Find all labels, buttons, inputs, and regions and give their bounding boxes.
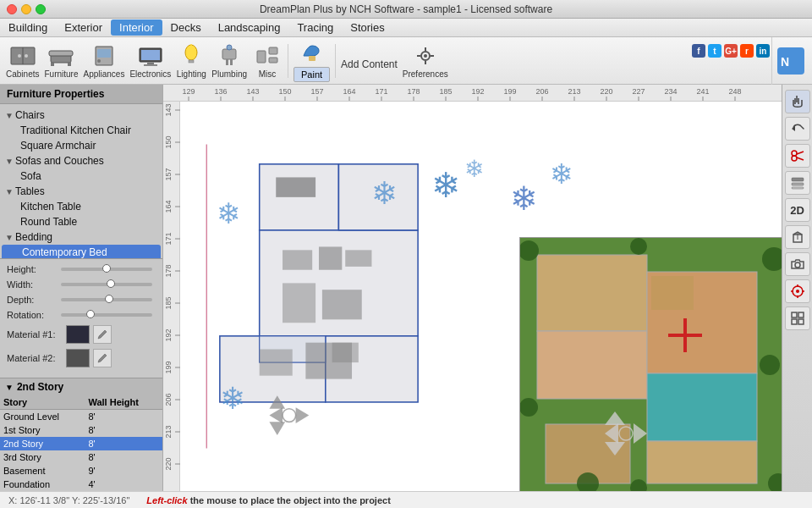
rotation-slider[interactable]: [61, 313, 152, 317]
svg-text:❄: ❄: [510, 180, 538, 217]
layers-button[interactable]: [785, 171, 810, 195]
titlebar: DreamPlan Plus by NCH Software - sample1…: [0, 0, 812, 19]
toolbar-preferences[interactable]: Preferences: [403, 42, 448, 79]
menu-stories[interactable]: Stories: [342, 19, 392, 36]
menu-building[interactable]: Building: [0, 19, 56, 36]
lighting-icon: [176, 42, 206, 69]
category-sofas[interactable]: ▼ Sofas and Couches: [0, 153, 162, 168]
toolbar-appliances[interactable]: Appliances: [83, 42, 124, 79]
preferences-label[interactable]: Preferences: [403, 69, 448, 79]
3d-box-button[interactable]: [785, 225, 810, 249]
width-label: Width:: [7, 279, 58, 290]
target-button[interactable]: [785, 279, 810, 303]
svg-point-157: [796, 290, 799, 293]
item-traditional-kitchen-chair[interactable]: Traditional Kitchen Chair: [0, 123, 162, 138]
hint-text: the mouse to place the object into the p…: [188, 495, 391, 505]
item-square-armchair[interactable]: Square Armchair: [0, 138, 162, 153]
width-slider[interactable]: [61, 283, 152, 286]
toolbar-lighting[interactable]: Lighting: [176, 42, 206, 79]
traffic-lights: [7, 4, 46, 14]
paint-label[interactable]: Paint: [294, 67, 330, 82]
furniture-label: Furniture: [44, 69, 78, 79]
toolbar-cabinets[interactable]: Cabinets: [6, 42, 39, 79]
category-tables[interactable]: ▼ Tables: [0, 184, 162, 199]
story-row[interactable]: 1st Story8': [0, 423, 162, 437]
canvas-area[interactable]: 1291361431501571641711781851921992062132…: [163, 85, 782, 491]
depth-slider[interactable]: [61, 298, 152, 301]
left-panel: Furniture Properties ▼ Chairs Traditiona…: [0, 85, 163, 491]
story-row[interactable]: 2nd Story8': [0, 437, 162, 450]
paint-icon: [300, 39, 324, 67]
social-bar: f t G+ r in: [692, 44, 770, 58]
item-kitchen-table[interactable]: Kitchen Table: [0, 199, 162, 214]
svg-rect-101: [283, 250, 312, 269]
story-table: Story Wall Height Ground Level8'1st Stor…: [0, 395, 162, 491]
plumbing-label: Plumbing: [211, 69, 247, 79]
svg-rect-14: [144, 64, 157, 66]
camera-button[interactable]: [785, 252, 810, 276]
maximize-button[interactable]: [36, 4, 46, 14]
svg-point-15: [185, 45, 197, 60]
grid-button[interactable]: [785, 306, 810, 330]
svg-text:143: 143: [164, 103, 173, 116]
item-sofa[interactable]: Sofa: [0, 168, 162, 184]
menu-interior[interactable]: Interior: [111, 19, 162, 36]
category-chairs[interactable]: ▼ Chairs: [0, 108, 162, 123]
svg-rect-103: [345, 250, 371, 267]
svg-text:234: 234: [664, 87, 677, 96]
item-round-table[interactable]: Round Table: [0, 214, 162, 229]
menu-decks[interactable]: Decks: [162, 19, 210, 36]
toolbar-electronics[interactable]: Electronics: [129, 42, 171, 79]
item-contemporary-bed[interactable]: Contemporary Bed: [2, 245, 161, 258]
electronics-icon: [135, 42, 166, 69]
material2-color[interactable]: [66, 349, 90, 367]
category-bedding[interactable]: ▼ Bedding: [0, 229, 162, 245]
minimize-button[interactable]: [21, 4, 31, 14]
menu-landscaping[interactable]: Landscaping: [210, 19, 289, 36]
story-header[interactable]: ▼ 2nd Story: [0, 378, 162, 395]
height-slider[interactable]: [61, 268, 152, 271]
svg-point-155: [795, 262, 800, 268]
material1-eyedrop[interactable]: [93, 325, 112, 344]
svg-rect-102: [319, 246, 342, 269]
svg-rect-18: [222, 49, 236, 59]
facebook-icon[interactable]: f: [692, 44, 705, 58]
hand-tool-button[interactable]: [785, 90, 810, 113]
toolbar-paint[interactable]: Paint: [294, 39, 330, 82]
svg-point-135: [520, 398, 538, 417]
panel-title: Furniture Properties: [0, 85, 162, 104]
nch-suite-button[interactable]: N: [771, 37, 809, 85]
toolbar-plumbing[interactable]: Plumbing: [211, 42, 247, 79]
wall-height: 8': [85, 450, 162, 464]
material2-eyedrop[interactable]: [93, 349, 112, 367]
material1-row: Material #1:: [7, 325, 156, 344]
toolbar-add-content[interactable]: Add Content: [341, 52, 398, 70]
story-row[interactable]: Basement9': [0, 464, 162, 478]
toolbar-misc[interactable]: Misc: [252, 42, 283, 79]
statusbar: X: 126'-11 3/8" Y: 225'-13/16" Left-clic…: [0, 491, 812, 508]
toolbar-furniture[interactable]: Furniture: [44, 42, 78, 79]
appliances-icon: [89, 42, 119, 69]
svg-rect-20: [230, 59, 233, 65]
story-row[interactable]: Ground Level8': [0, 410, 162, 424]
menu-exterior[interactable]: Exterior: [56, 19, 111, 36]
scissors-button[interactable]: [785, 144, 810, 168]
material1-color[interactable]: [66, 325, 90, 344]
add-content-label[interactable]: Add Content: [341, 58, 398, 70]
svg-rect-124: [537, 331, 647, 399]
undo-button[interactable]: [785, 117, 810, 141]
story-row[interactable]: 3rd Story8': [0, 450, 162, 464]
google-icon[interactable]: G+: [724, 44, 738, 58]
2d-view-button[interactable]: 2D: [785, 198, 810, 222]
chairs-arrow: ▼: [5, 111, 15, 120]
svg-text:❄: ❄: [217, 197, 240, 229]
reddit-icon[interactable]: r: [740, 44, 754, 58]
linkedin-icon[interactable]: in: [756, 44, 770, 58]
svg-point-147: [792, 156, 797, 161]
story-row[interactable]: Foundation4': [0, 478, 162, 491]
width-row: Width:: [7, 279, 156, 290]
misc-label: Misc: [259, 69, 277, 79]
twitter-icon[interactable]: t: [708, 44, 721, 58]
menu-tracing[interactable]: Tracing: [288, 19, 342, 36]
close-button[interactable]: [7, 4, 17, 14]
